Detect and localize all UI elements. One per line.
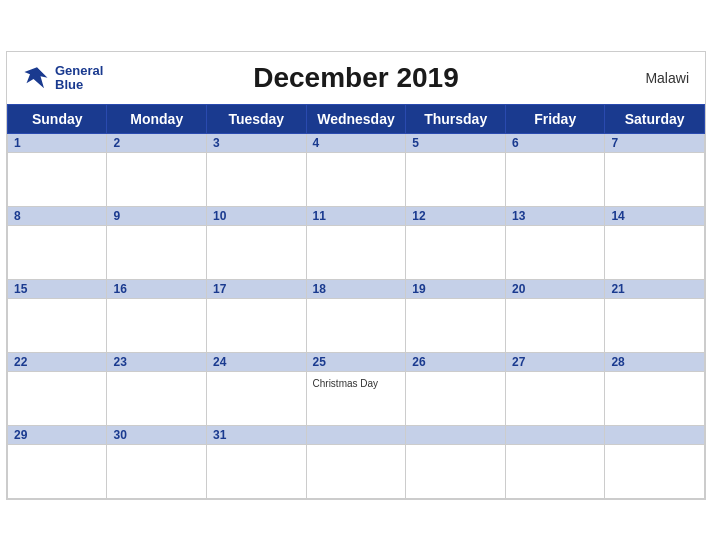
- day-number: 22: [14, 355, 100, 369]
- week-4-number-row: 22232425262728: [8, 352, 705, 371]
- table-row: [8, 225, 107, 279]
- table-row: 29: [8, 425, 107, 444]
- week-4-content-row: Christmas Day: [8, 371, 705, 425]
- day-number: 11: [313, 209, 400, 223]
- table-row: 2: [107, 133, 207, 152]
- col-wednesday: Wednesday: [306, 104, 406, 133]
- day-number: 19: [412, 282, 499, 296]
- table-row: [206, 371, 306, 425]
- table-row: [506, 298, 605, 352]
- logo: General Blue: [23, 63, 103, 92]
- table-row: [8, 298, 107, 352]
- table-row: 18: [306, 279, 406, 298]
- col-saturday: Saturday: [605, 104, 705, 133]
- day-number: 25: [313, 355, 400, 369]
- table-row: 24: [206, 352, 306, 371]
- table-row: [206, 444, 306, 498]
- day-number: 16: [113, 282, 200, 296]
- table-row: Christmas Day: [306, 371, 406, 425]
- table-row: [605, 371, 705, 425]
- table-row: 23: [107, 352, 207, 371]
- day-number: 9: [113, 209, 200, 223]
- table-row: [306, 444, 406, 498]
- logo-text: General Blue: [55, 63, 103, 92]
- holiday-label: Christmas Day: [313, 378, 400, 389]
- week-1-content-row: [8, 152, 705, 206]
- day-number: 27: [512, 355, 598, 369]
- table-row: 17: [206, 279, 306, 298]
- table-row: [8, 152, 107, 206]
- table-row: [206, 225, 306, 279]
- table-row: 11: [306, 206, 406, 225]
- table-row: 6: [506, 133, 605, 152]
- table-row: 3: [206, 133, 306, 152]
- table-row: [605, 152, 705, 206]
- table-row: [107, 152, 207, 206]
- table-row: [107, 225, 207, 279]
- table-row: [8, 444, 107, 498]
- day-number: 1: [14, 136, 100, 150]
- table-row: 15: [8, 279, 107, 298]
- table-row: [8, 371, 107, 425]
- table-row: 7: [605, 133, 705, 152]
- day-number: 28: [611, 355, 698, 369]
- table-row: 16: [107, 279, 207, 298]
- table-row: 5: [406, 133, 506, 152]
- week-2-number-row: 891011121314: [8, 206, 705, 225]
- table-row: [506, 152, 605, 206]
- table-row: [206, 298, 306, 352]
- table-row: [605, 298, 705, 352]
- table-row: [406, 425, 506, 444]
- week-5-content-row: [8, 444, 705, 498]
- table-row: 19: [406, 279, 506, 298]
- table-row: [306, 152, 406, 206]
- svg-marker-0: [24, 67, 47, 88]
- calendar-header: General Blue December 2019 Malawi: [7, 52, 705, 104]
- day-number: 3: [213, 136, 300, 150]
- table-row: [605, 444, 705, 498]
- table-row: [406, 371, 506, 425]
- country-label: Malawi: [645, 70, 689, 86]
- table-row: 30: [107, 425, 207, 444]
- day-number: 30: [113, 428, 200, 442]
- table-row: 10: [206, 206, 306, 225]
- table-row: [107, 298, 207, 352]
- day-number: 31: [213, 428, 300, 442]
- week-5-number-row: 293031: [8, 425, 705, 444]
- col-friday: Friday: [506, 104, 605, 133]
- table-row: 9: [107, 206, 207, 225]
- week-3-content-row: [8, 298, 705, 352]
- day-number: 8: [14, 209, 100, 223]
- calendar-title: December 2019: [253, 62, 458, 94]
- table-row: [506, 444, 605, 498]
- day-number: 17: [213, 282, 300, 296]
- table-row: 13: [506, 206, 605, 225]
- table-row: 4: [306, 133, 406, 152]
- table-row: [506, 425, 605, 444]
- week-3-number-row: 15161718192021: [8, 279, 705, 298]
- table-row: [306, 425, 406, 444]
- table-row: 25: [306, 352, 406, 371]
- day-number: 29: [14, 428, 100, 442]
- day-number: 2: [113, 136, 200, 150]
- day-number: 6: [512, 136, 598, 150]
- day-number: 7: [611, 136, 698, 150]
- table-row: 20: [506, 279, 605, 298]
- week-2-content-row: [8, 225, 705, 279]
- week-1-number-row: 1234567: [8, 133, 705, 152]
- day-number: 5: [412, 136, 499, 150]
- table-row: 22: [8, 352, 107, 371]
- table-row: [406, 444, 506, 498]
- day-number: 15: [14, 282, 100, 296]
- day-number: 4: [313, 136, 400, 150]
- table-row: 1: [8, 133, 107, 152]
- table-row: 28: [605, 352, 705, 371]
- table-row: [306, 298, 406, 352]
- table-row: [206, 152, 306, 206]
- col-tuesday: Tuesday: [206, 104, 306, 133]
- table-row: [107, 371, 207, 425]
- table-row: [107, 444, 207, 498]
- day-number: 20: [512, 282, 598, 296]
- weekday-header-row: Sunday Monday Tuesday Wednesday Thursday…: [8, 104, 705, 133]
- day-number: 10: [213, 209, 300, 223]
